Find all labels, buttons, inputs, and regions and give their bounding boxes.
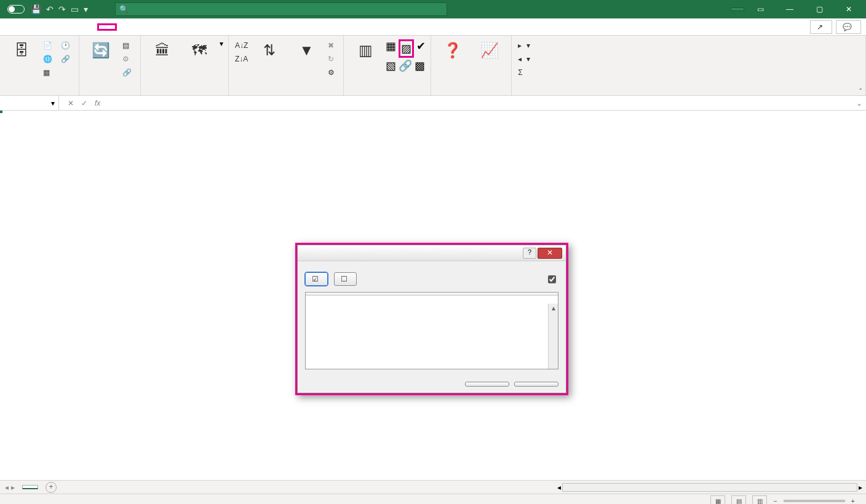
subtotal-button[interactable]: Σ (517, 66, 531, 79)
tab-insert[interactable] (42, 25, 59, 30)
dialog-close-button[interactable]: ✕ (538, 248, 562, 259)
group-button[interactable]: ▸ ▾ (517, 39, 531, 52)
quick-access-toolbar: 💾 ↶ ↷ ▭ ▾ (31, 4, 88, 14)
collapse-ribbon-icon[interactable]: ⌃ (858, 87, 863, 94)
whatif-button[interactable]: ❓ (436, 39, 469, 63)
txtcol-icon: ▥ (356, 41, 375, 60)
search-box[interactable]: 🔍 (115, 2, 447, 16)
refresh-all-button[interactable]: 🔄 (84, 39, 117, 63)
zoom-slider[interactable] (784, 500, 845, 502)
props-icon: ⚙ (122, 55, 129, 63)
existing-conn-button[interactable]: 🔗 (60, 53, 74, 65)
text-to-columns-button[interactable]: ▥ (349, 39, 382, 63)
cancel-button[interactable] (514, 382, 558, 387)
scroll-right-icon[interactable]: ▸ (859, 483, 862, 492)
undo-icon[interactable]: ↶ (46, 4, 54, 14)
ungroup-button[interactable]: ◂ ▾ (517, 53, 531, 65)
unselect-all-button[interactable]: ☐ (334, 272, 357, 286)
tab-next-icon[interactable]: ▸ (11, 483, 15, 492)
relationships-icon[interactable]: 🔗 (399, 59, 412, 73)
signin-button[interactable] (731, 7, 744, 11)
group-label (436, 94, 506, 95)
fx-icon[interactable]: fx (95, 99, 100, 108)
sort-az-icon: A↓Z (235, 41, 248, 50)
save-icon[interactable]: 💾 (31, 4, 41, 14)
page-layout-icon[interactable]: ▤ (731, 495, 746, 504)
share-button[interactable]: ↗ (810, 20, 832, 34)
columns-list[interactable]: ▴ (305, 292, 558, 369)
horizontal-scrollbar[interactable]: ◂ ▸ (554, 483, 866, 492)
ok-button[interactable] (465, 382, 509, 387)
normal-view-icon[interactable]: ▦ (710, 495, 725, 504)
maximize-icon[interactable]: ▢ (806, 0, 833, 18)
advanced-filter-button[interactable]: ⚙ (327, 66, 338, 79)
tab-data[interactable] (97, 23, 117, 31)
sheet-tab-active[interactable] (22, 485, 38, 489)
remove-duplicates-dialog: ? ✕ ☑ ☐ ▴ (295, 243, 568, 395)
datatype-dropdown-icon[interactable]: ▾ (220, 39, 223, 48)
expand-fbar-icon[interactable]: ⌄ (852, 99, 866, 108)
geography-button[interactable]: 🗺 (183, 39, 216, 63)
tab-developer[interactable] (155, 25, 172, 30)
tab-prev-icon[interactable]: ◂ (5, 483, 9, 492)
ungroup-icon: ◂ (518, 55, 522, 63)
forecast-sheet-button[interactable]: 📈 (473, 39, 506, 63)
dialog-help-button[interactable]: ? (523, 248, 536, 259)
sort-za-button[interactable]: Z↓A (234, 53, 249, 65)
comments-button[interactable]: 💬 (836, 20, 861, 34)
getdata-icon: 🗄 (12, 41, 31, 60)
manage-data-model-icon[interactable]: ▩ (415, 59, 425, 73)
consolidate-icon[interactable]: ▧ (386, 59, 396, 73)
filter-icon: ▼ (296, 41, 316, 60)
stocks-button[interactable]: 🏛 (146, 39, 179, 63)
table-icon: ▦ (43, 68, 50, 77)
tab-review[interactable] (118, 25, 135, 30)
add-sheet-button[interactable]: + (46, 482, 57, 493)
remove-duplicates-button[interactable]: ▨ (399, 39, 414, 58)
enter-formula-icon[interactable]: ✓ (81, 99, 87, 108)
tab-pagelayout[interactable] (60, 25, 77, 30)
filter-button[interactable]: ▼ (290, 39, 323, 63)
queries-button[interactable]: ▤ (121, 39, 135, 52)
reapply-button: ↻ (327, 53, 338, 65)
sort-az-button[interactable]: A↓Z (234, 39, 249, 52)
get-data-button[interactable]: 🗄 (5, 39, 38, 63)
chevron-down-icon[interactable]: ▾ (51, 99, 55, 108)
ribbon: 🗄 📄 🌐 ▦ 🕑 🔗 🔄 ▤ ⚙ 🔗 🏛 🗺 (0, 36, 866, 96)
tab-powerpivot[interactable] (192, 25, 209, 30)
from-table-button[interactable]: ▦ (42, 66, 56, 79)
zoom-out-icon[interactable]: − (773, 497, 777, 504)
tab-help[interactable] (173, 25, 191, 30)
has-headers-checkbox[interactable] (548, 275, 558, 283)
redo-icon[interactable]: ↷ (58, 4, 66, 14)
recent-sources-button[interactable]: 🕑 (60, 39, 74, 52)
tab-home[interactable] (23, 25, 41, 30)
toggle-off-icon[interactable] (7, 5, 25, 14)
page-break-icon[interactable]: ▥ (752, 495, 767, 504)
data-validation-icon[interactable]: ✔ (416, 39, 426, 58)
ribbon-display-icon[interactable]: ▭ (747, 0, 774, 18)
group-label (349, 94, 426, 95)
touchmode-icon[interactable]: ▭ (71, 4, 79, 14)
sort-button[interactable]: ⇅ (253, 39, 286, 63)
from-text-csv-button[interactable]: 📄 (42, 39, 56, 52)
properties-button: ⚙ (121, 53, 135, 65)
minimize-icon[interactable]: — (776, 0, 803, 18)
cancel-formula-icon[interactable]: ✕ (68, 99, 74, 108)
qat-dropdown-icon[interactable]: ▾ (84, 4, 88, 14)
scroll-left-icon[interactable]: ◂ (557, 483, 561, 492)
name-box[interactable]: ▾ (0, 96, 59, 110)
autosave-toggle[interactable] (4, 5, 25, 14)
geo-icon: 🗺 (189, 41, 209, 60)
tab-file[interactable] (5, 25, 22, 30)
select-all-button[interactable]: ☑ (305, 272, 328, 286)
close-icon[interactable]: ✕ (835, 0, 862, 18)
tab-view[interactable] (137, 25, 154, 30)
search-icon: 🔍 (119, 5, 129, 14)
list-scrollbar[interactable]: ▴ (548, 304, 558, 369)
flash-fill-icon[interactable]: ▦ (386, 39, 396, 58)
zoom-in-icon[interactable]: + (851, 497, 855, 504)
reapply-icon: ↻ (328, 55, 334, 63)
tab-formulas[interactable] (79, 25, 96, 30)
from-web-button[interactable]: 🌐 (42, 53, 56, 65)
